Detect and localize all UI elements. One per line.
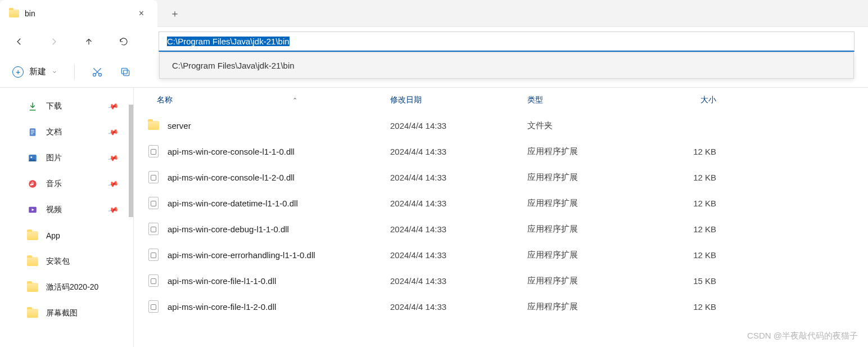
col-header-name[interactable]: ⌃名称 <box>147 95 390 105</box>
forward-button[interactable] <box>48 36 60 47</box>
pin-icon: 📌 <box>107 204 119 216</box>
up-button[interactable] <box>83 36 94 47</box>
file-row[interactable]: api-ms-win-core-datetime-l1-1-0.dll2024/… <box>134 190 868 216</box>
back-button[interactable] <box>13 36 25 47</box>
sidebar-item-label: App <box>46 231 60 240</box>
sidebar-item-7[interactable]: 激活码2020-20 <box>0 274 133 300</box>
file-row[interactable]: api-ms-win-core-file-l1-1-0.dll2024/4/4 … <box>134 268 868 294</box>
file-type: 应用程序扩展 <box>527 276 648 286</box>
new-button-label: 新建 <box>29 66 46 77</box>
file-row[interactable]: api-ms-win-core-file-l1-2-0.dll2024/4/4 … <box>134 294 868 319</box>
file-size: 12 KB <box>648 199 732 208</box>
file-date: 2024/4/4 14:33 <box>390 147 527 156</box>
sidebar-item-label: 下载 <box>46 101 62 111</box>
watermark: CSDN @半夜敲代码的夜猫子 <box>747 331 858 341</box>
divider <box>74 64 75 80</box>
sidebar-item-label: 安装包 <box>46 256 70 267</box>
file-type: 应用程序扩展 <box>527 172 648 183</box>
sidebar-item-5[interactable]: App <box>0 223 133 249</box>
sidebar-item-label: 视频 <box>46 205 62 215</box>
svg-point-1 <box>99 73 102 76</box>
file-row[interactable]: server2024/4/4 14:33文件夹 <box>134 112 868 138</box>
sidebar-item-1[interactable]: 文档📌 <box>0 119 133 145</box>
sidebar-item-label: 图片 <box>46 153 62 163</box>
address-suggestion[interactable]: C:\Program Files\Java\jdk-21\bin <box>160 53 853 78</box>
file-name: api-ms-win-core-debug-l1-1-0.dll <box>168 224 289 234</box>
address-input[interactable] <box>159 32 854 51</box>
pin-icon: 📌 <box>107 178 119 190</box>
svg-point-0 <box>93 73 96 76</box>
file-row[interactable]: api-ms-win-core-debug-l1-1-0.dll2024/4/4… <box>134 216 868 242</box>
sidebar-scrollbar[interactable] <box>129 105 133 217</box>
sidebar-item-4[interactable]: 视频📌 <box>0 197 133 223</box>
file-date: 2024/4/4 14:33 <box>390 224 527 234</box>
tab-bar: bin × ＋ <box>0 0 868 27</box>
pin-icon: 📌 <box>107 152 119 164</box>
sidebar-item-3[interactable]: 音乐📌 <box>0 171 133 197</box>
file-name: api-ms-win-core-file-l1-1-0.dll <box>168 276 276 286</box>
file-row[interactable]: api-ms-win-core-errorhandling-l1-1-0.dll… <box>134 242 868 268</box>
file-list: server2024/4/4 14:33文件夹api-ms-win-core-c… <box>134 112 868 347</box>
address-dropdown: C:\Program Files\Java\jdk-21\bin <box>159 52 854 79</box>
nav-bar: C:\Program Files\Java\jdk-21\bin <box>0 27 868 56</box>
file-row[interactable]: api-ms-win-core-console-l1-2-0.dll2024/4… <box>134 164 868 190</box>
file-name: api-ms-win-core-datetime-l1-1-0.dll <box>168 199 298 208</box>
sidebar-item-0[interactable]: 下载📌 <box>0 93 133 119</box>
file-date: 2024/4/4 14:33 <box>390 121 527 130</box>
col-header-type[interactable]: 类型 <box>527 95 648 105</box>
sidebar: 下载📌文档📌图片📌音乐📌视频📌App安装包激活码2020-20屏幕截图 <box>0 88 133 347</box>
folder-icon <box>27 230 38 241</box>
folder-icon <box>9 10 19 17</box>
new-tab-button[interactable]: ＋ <box>157 7 192 20</box>
col-header-date[interactable]: 修改日期 <box>390 95 527 105</box>
document-icon <box>27 127 38 138</box>
sidebar-item-label: 音乐 <box>46 179 62 189</box>
column-headers: ⌃名称 修改日期 类型 大小 <box>134 88 868 112</box>
sidebar-item-label: 激活码2020-20 <box>46 282 98 292</box>
file-name: server <box>168 121 191 130</box>
dll-icon <box>148 249 159 261</box>
sort-caret-icon: ⌃ <box>292 97 297 103</box>
music-icon <box>27 178 38 190</box>
file-pane: ⌃名称 修改日期 类型 大小 server2024/4/4 14:33文件夹ap… <box>133 88 868 347</box>
new-button[interactable]: + 新建 <box>12 66 57 78</box>
file-row[interactable]: api-ms-win-core-console-l1-1-0.dll2024/4… <box>134 138 868 164</box>
sidebar-item-8[interactable]: 屏幕截图 <box>0 300 133 326</box>
address-bar[interactable]: C:\Program Files\Java\jdk-21\bin <box>159 31 855 52</box>
svg-point-9 <box>30 156 32 158</box>
sidebar-item-6[interactable]: 安装包 <box>0 249 133 274</box>
svg-rect-3 <box>121 68 127 74</box>
tab-active[interactable]: bin × <box>0 0 157 27</box>
copy-icon[interactable] <box>120 66 131 78</box>
file-type: 应用程序扩展 <box>527 301 648 312</box>
file-size: 12 KB <box>648 173 732 182</box>
file-type: 应用程序扩展 <box>527 224 648 235</box>
svg-rect-6 <box>31 132 34 132</box>
file-name: api-ms-win-core-errorhandling-l1-1-0.dll <box>168 250 315 260</box>
svg-rect-5 <box>31 130 34 130</box>
sidebar-item-label: 文档 <box>46 127 62 137</box>
file-name: api-ms-win-core-console-l1-1-0.dll <box>168 147 295 156</box>
file-type: 应用程序扩展 <box>527 146 648 157</box>
dll-icon <box>148 300 159 313</box>
folder-icon <box>148 121 159 130</box>
video-icon <box>27 204 38 215</box>
file-type: 文件夹 <box>527 120 648 131</box>
refresh-button[interactable] <box>118 36 129 47</box>
sidebar-item-2[interactable]: 图片📌 <box>0 145 133 171</box>
col-header-size[interactable]: 大小 <box>648 95 732 105</box>
file-type: 应用程序扩展 <box>527 198 648 209</box>
file-date: 2024/4/4 14:33 <box>390 173 527 182</box>
file-name: api-ms-win-core-console-l1-2-0.dll <box>168 173 295 182</box>
chevron-down-icon <box>52 69 57 75</box>
close-icon[interactable]: × <box>134 6 148 21</box>
sidebar-item-label: 屏幕截图 <box>46 308 78 318</box>
pin-icon: 📌 <box>107 127 119 138</box>
file-date: 2024/4/4 14:33 <box>390 302 527 312</box>
dll-icon <box>148 223 159 235</box>
cut-icon[interactable] <box>92 66 103 78</box>
dll-icon <box>148 274 159 287</box>
file-name: api-ms-win-core-file-l1-2-0.dll <box>168 302 276 312</box>
file-size: 12 KB <box>648 302 732 312</box>
picture-icon <box>27 152 38 164</box>
